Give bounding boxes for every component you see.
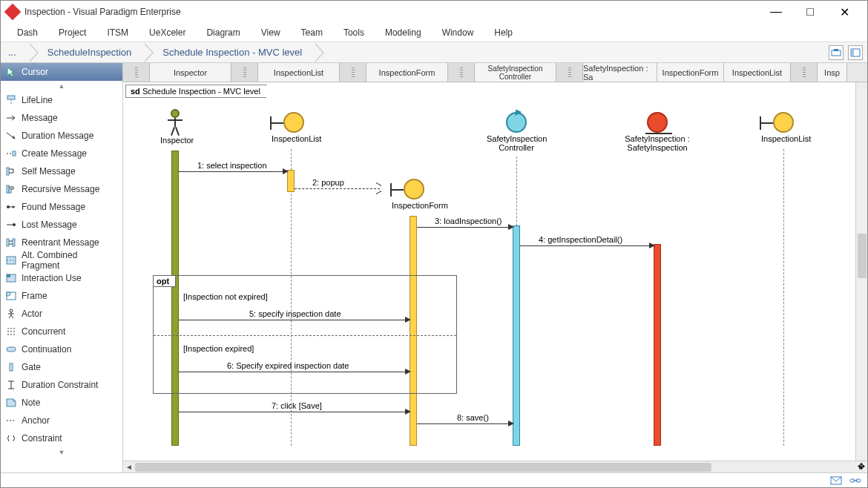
toolbar-panel-icon[interactable] (848, 45, 863, 60)
tool-actor[interactable]: Actor (1, 305, 122, 323)
tab-grip[interactable] (791, 63, 818, 82)
tool-duration-constraint[interactable]: Duration Constraint (1, 376, 122, 394)
tool-label: Actor (22, 309, 42, 319)
maximize-button[interactable]: □ (793, 1, 827, 23)
tab-safetyinspection[interactable]: SafetyInspection : Sa (583, 63, 657, 82)
activation-entity[interactable] (654, 244, 661, 446)
tab-grip[interactable] (556, 63, 583, 82)
message-5[interactable] (179, 320, 410, 320)
lifeline-entity[interactable]: SafetyInspection : SafetyInspection (598, 112, 717, 152)
activation-controller[interactable] (513, 225, 520, 446)
window-title: Inspection - Visual Paradigm Enterprise (24, 7, 759, 17)
tool-frame[interactable]: Frame (1, 287, 122, 305)
tool-recursive-message[interactable]: Recursive Message (1, 180, 122, 198)
tool-found-message[interactable]: Found Message (1, 198, 122, 216)
tool-reentrant-message[interactable]: Reentrant Message (1, 234, 122, 251)
menu-view[interactable]: View (251, 24, 291, 41)
vertical-scrollbar[interactable] (855, 82, 867, 461)
boundary-icon (283, 112, 304, 133)
minimize-button[interactable]: ― (759, 1, 793, 23)
tool-constraint[interactable]: Constraint (1, 429, 122, 447)
palette-collapse-down[interactable]: ▼ (1, 447, 122, 458)
message-3[interactable] (417, 227, 513, 228)
svg-point-16 (13, 223, 16, 226)
lifeline-inspectionlist[interactable]: InspectionList (272, 112, 316, 143)
lifeline-inspectionform[interactable]: InspectionForm (392, 179, 436, 210)
duration-message-icon (5, 130, 17, 142)
message-4[interactable] (520, 245, 654, 246)
tool-note[interactable]: Note (1, 394, 122, 412)
tool-continuation[interactable]: Continuation (1, 340, 122, 358)
sequence-diagram-canvas[interactable]: sd Schedule Inspection - MVC level Inspe… (123, 82, 867, 461)
move-handle-icon[interactable]: ✥ (855, 461, 867, 472)
tool-concurrent[interactable]: Concurrent (1, 323, 122, 340)
opt-guard: [Inspection expired] (183, 344, 254, 353)
menu-diagram[interactable]: Diagram (196, 24, 250, 41)
lifeline-inspectionlist2[interactable]: InspectionList (761, 112, 806, 143)
tool-interaction-use[interactable]: Interaction Use (1, 269, 122, 287)
horizontal-scrollbar[interactable]: ◄ ► (123, 461, 867, 472)
breadcrumb-ellipsis[interactable]: ... (1, 43, 30, 62)
duration-constraint-icon (5, 379, 17, 391)
tab-inspectionform[interactable]: InspectionForm (366, 63, 448, 82)
control-icon (506, 112, 527, 133)
message-7[interactable] (179, 412, 410, 412)
tool-gate[interactable]: Gate (1, 358, 122, 376)
tab-grip[interactable] (448, 63, 475, 82)
tab-grip[interactable] (123, 63, 150, 82)
menu-team[interactable]: Team (291, 24, 333, 41)
menu-window[interactable]: Window (432, 24, 484, 41)
opt-fragment[interactable]: opt [Inspection not expired] [Inspection… (153, 275, 457, 394)
tool-lost-message[interactable]: Lost Message (1, 216, 122, 234)
scroll-left-icon[interactable]: ◄ (123, 461, 135, 472)
tool-create-message[interactable]: Create Message (1, 145, 122, 162)
actor-icon (5, 308, 17, 320)
mail-icon[interactable] (830, 475, 842, 486)
breadcrumb-scheduleinspection[interactable]: ScheduleInspection (30, 43, 145, 62)
tab-controller[interactable]: SafetyInspection Controller (475, 63, 556, 82)
menu-tools[interactable]: Tools (333, 24, 375, 41)
close-button[interactable]: ✕ (827, 1, 861, 23)
lifeline-tabs: Inspector InspectionList InspectionForm … (123, 63, 867, 82)
tab-inspector[interactable]: Inspector (150, 63, 231, 82)
menu-modeling[interactable]: Modeling (375, 24, 432, 41)
lifeline-controller[interactable]: SafetyInspectionController (487, 112, 546, 152)
tool-self-message[interactable]: Self Message (1, 162, 122, 180)
menu-help[interactable]: Help (484, 24, 523, 41)
app-icon (4, 4, 22, 21)
tool-duration-message[interactable]: Duration Message (1, 127, 122, 145)
tab-grip[interactable] (340, 63, 366, 82)
svg-line-29 (9, 315, 11, 318)
tool-alt-fragment[interactable]: Alt. Combined Fragment (1, 251, 122, 269)
tab-insp[interactable]: Insp (818, 63, 847, 82)
reentrant-message-icon (5, 237, 17, 248)
constraint-icon (5, 432, 17, 444)
lifeline-label: InspectionList (761, 134, 806, 143)
tool-label: Anchor (22, 415, 50, 426)
tool-label: Duration Message (22, 131, 93, 141)
message-8[interactable] (417, 423, 513, 424)
lifeline-inspector[interactable]: Inspector (160, 109, 190, 145)
tab-grip[interactable] (231, 63, 258, 82)
tab-inspectionform2[interactable]: InspectionForm (657, 63, 724, 82)
tool-anchor[interactable]: Anchor (1, 412, 122, 429)
tool-label: Alt. Combined Fragment (22, 250, 118, 271)
menu-uexceler[interactable]: UeXceler (139, 24, 196, 41)
message-2[interactable] (295, 188, 380, 189)
toolbar-fit-icon[interactable] (829, 45, 844, 60)
menu-itsm[interactable]: ITSM (96, 24, 139, 41)
svg-rect-1 (834, 49, 838, 51)
menu-dash[interactable]: Dash (7, 24, 48, 41)
link-icon[interactable] (849, 475, 861, 486)
svg-rect-12 (9, 188, 11, 193)
message-6[interactable] (179, 372, 410, 372)
message-1[interactable] (179, 171, 287, 172)
palette-collapse-up[interactable]: ▲ (1, 81, 122, 91)
breadcrumb-mvc-level[interactable]: Schedule Inspection - MVC level (145, 43, 315, 62)
tab-inspectionlist[interactable]: InspectionList (258, 63, 340, 82)
tool-lifeline[interactable]: LifeLine (1, 91, 122, 109)
menu-project[interactable]: Project (48, 24, 96, 41)
tool-message[interactable]: Message (1, 109, 122, 127)
tab-inspectionlist2[interactable]: InspectionList (724, 63, 791, 82)
tool-cursor[interactable]: Cursor (1, 63, 122, 81)
